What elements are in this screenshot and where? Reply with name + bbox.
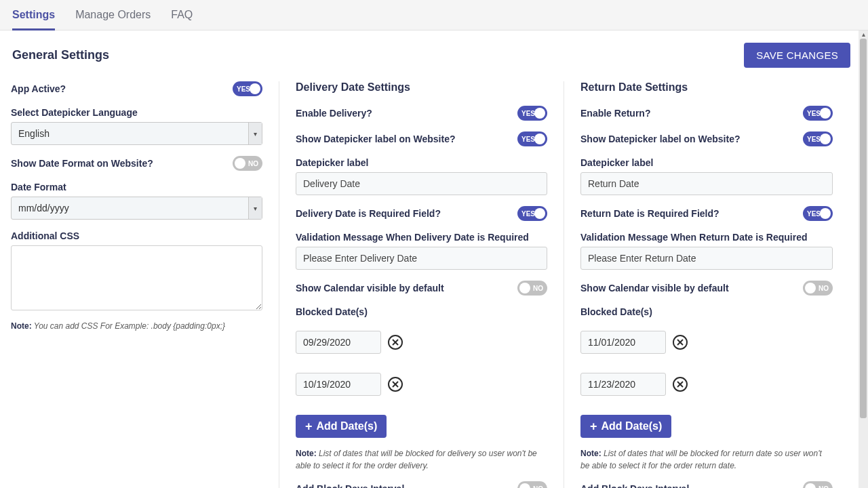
chevron-down-icon: ▾ xyxy=(248,197,262,219)
datepicker-language-value: English xyxy=(18,128,50,139)
return-blocked-note: Note: List of dates that will be blocked… xyxy=(580,447,833,472)
return-interval-label: Add Block Days Interval xyxy=(580,483,689,488)
return-interval-toggle[interactable]: NO xyxy=(803,481,833,488)
delivery-dp-label-input[interactable] xyxy=(296,172,547,195)
return-section-title: Return Date Settings xyxy=(580,81,833,94)
delivery-dp-label-label: Datepicker label xyxy=(296,157,368,168)
delivery-show-cal-toggle[interactable]: NO xyxy=(517,281,547,296)
return-required-label: Return Date is Required Field? xyxy=(580,208,719,219)
delivery-validation-label: Validation Message When Delivery Date is… xyxy=(296,232,529,243)
return-blocked-date-0[interactable] xyxy=(580,331,666,354)
delivery-blocked-label: Blocked Date(s) xyxy=(296,306,368,317)
return-show-dp-label: Show Datepicker label on Website? xyxy=(580,134,740,144)
css-note: Note: You can add CSS For Example: .body… xyxy=(11,320,262,332)
return-blocked-label: Blocked Date(s) xyxy=(580,306,652,317)
scroll-up-arrow-icon[interactable]: ▴ xyxy=(859,30,868,39)
remove-date-icon[interactable] xyxy=(673,377,688,392)
return-validation-input[interactable] xyxy=(580,247,833,270)
return-blocked-row-0 xyxy=(580,331,833,354)
delivery-blocked-note: Note: List of dates that will be blocked… xyxy=(296,447,547,472)
return-required-toggle[interactable]: YES xyxy=(803,206,833,221)
delivery-required-label: Delivery Date is Required Field? xyxy=(296,208,441,219)
additional-css-textarea[interactable] xyxy=(11,245,262,310)
delivery-blocked-row-0 xyxy=(296,331,547,354)
delivery-add-dates-button[interactable]: +Add Date(s) xyxy=(296,415,387,438)
plus-icon: + xyxy=(305,420,313,432)
settings-content: General Settings SAVE CHANGES App Active… xyxy=(0,30,859,488)
remove-date-icon[interactable] xyxy=(673,335,688,350)
return-blocked-date-1[interactable] xyxy=(580,373,666,396)
tab-faq[interactable]: FAQ xyxy=(171,0,193,30)
delivery-blocked-row-1 xyxy=(296,373,547,396)
datepicker-language-select[interactable]: English ▾ xyxy=(11,122,262,145)
remove-date-icon[interactable] xyxy=(388,377,403,392)
delivery-validation-input[interactable] xyxy=(296,247,547,270)
delivery-required-toggle[interactable]: YES xyxy=(517,206,547,221)
date-format-label: Date Format xyxy=(11,182,66,192)
return-show-cal-toggle[interactable]: NO xyxy=(803,281,833,296)
return-show-cal-label: Show Calendar visible by default xyxy=(580,283,729,293)
additional-css-label: Additional CSS xyxy=(11,230,79,241)
show-date-format-label: Show Date Format on Website? xyxy=(11,158,153,169)
app-active-label: App Active? xyxy=(11,83,66,94)
tab-settings[interactable]: Settings xyxy=(12,0,55,30)
return-blocked-row-1 xyxy=(580,373,833,396)
app-active-toggle[interactable]: YES xyxy=(233,81,262,96)
general-settings-column: App Active? YES Select Datepicker Langua… xyxy=(8,81,279,488)
return-validation-label: Validation Message When Return Date is R… xyxy=(580,232,808,243)
return-dp-label-label: Datepicker label xyxy=(580,157,653,168)
return-settings-column: Return Date Settings Enable Return? YES … xyxy=(564,81,849,488)
tab-manage-orders[interactable]: Manage Orders xyxy=(75,0,151,30)
plus-icon: + xyxy=(590,420,597,432)
delivery-interval-toggle[interactable]: NO xyxy=(517,481,547,488)
enable-delivery-toggle[interactable]: YES xyxy=(517,106,547,121)
return-dp-label-input[interactable] xyxy=(580,172,833,195)
delivery-section-title: Delivery Date Settings xyxy=(296,81,547,94)
show-date-format-toggle[interactable]: NO xyxy=(233,156,262,171)
scrollbar-thumb[interactable] xyxy=(860,39,867,418)
save-changes-button[interactable]: SAVE CHANGES xyxy=(744,43,850,68)
delivery-show-dp-label-toggle[interactable]: YES xyxy=(517,131,547,146)
top-tabs: Settings Manage Orders FAQ xyxy=(0,0,868,30)
enable-return-toggle[interactable]: YES xyxy=(803,106,833,121)
delivery-blocked-date-0[interactable] xyxy=(296,331,381,354)
date-format-value: mm/dd/yyyy xyxy=(18,203,69,214)
delivery-blocked-date-1[interactable] xyxy=(296,373,381,396)
return-show-dp-label-toggle[interactable]: YES xyxy=(803,131,833,146)
delivery-settings-column: Delivery Date Settings Enable Delivery? … xyxy=(279,81,564,488)
delivery-interval-label: Add Block Days Interval xyxy=(296,483,404,488)
datepicker-language-label: Select Datepicker Language xyxy=(11,107,138,118)
return-add-dates-button[interactable]: +Add Date(s) xyxy=(580,415,671,438)
date-format-select[interactable]: mm/dd/yyyy ▾ xyxy=(11,197,262,220)
remove-date-icon[interactable] xyxy=(388,335,403,350)
delivery-show-cal-label: Show Calendar visible by default xyxy=(296,283,444,293)
enable-delivery-label: Enable Delivery? xyxy=(296,108,372,119)
enable-return-label: Enable Return? xyxy=(580,108,650,119)
page-title: General Settings xyxy=(12,48,109,62)
vertical-scrollbar[interactable]: ▴ xyxy=(859,30,868,488)
delivery-show-dp-label: Show Datepicker label on Website? xyxy=(296,134,455,144)
chevron-down-icon: ▾ xyxy=(248,123,262,144)
